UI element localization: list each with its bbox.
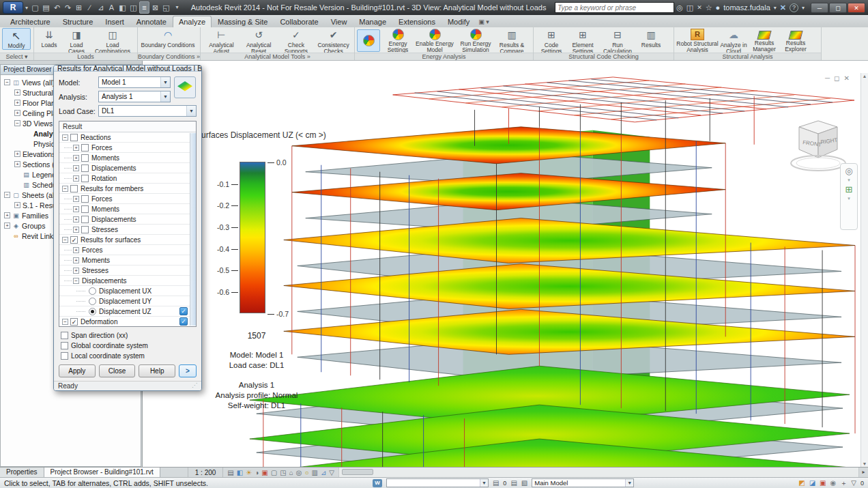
checkbox-checked[interactable]: ✓	[70, 236, 78, 244]
favorites-icon[interactable]: ☆	[706, 3, 712, 12]
analytical-model-visibility-icon[interactable]: ⊿	[321, 468, 326, 477]
boundary-conditions-button[interactable]: ◠ Boundary Conditions	[140, 28, 196, 48]
tree-item-forces[interactable]: +Forces	[59, 194, 196, 204]
ribbon-display-toggle-icon[interactable]: ▣ ▾	[478, 18, 489, 27]
tab-modify[interactable]: Modify	[442, 16, 476, 27]
redo-icon[interactable]: ↷	[63, 2, 73, 13]
reveal-constraints-icon[interactable]: ▽	[329, 468, 334, 477]
load-combinations-button[interactable]: ◫ Load Combinations	[91, 28, 134, 55]
active-option-icon[interactable]: ▧	[521, 479, 527, 487]
load-case-select[interactable]: DL1▼	[98, 105, 197, 117]
tab-architecture[interactable]: Architecture	[4, 16, 57, 27]
horizontal-scrollbar[interactable]	[338, 468, 858, 477]
checkbox[interactable]	[81, 175, 89, 182]
scroll-right-icon[interactable]: ▸	[858, 468, 868, 477]
tab-annotate[interactable]: Annotate	[130, 16, 173, 27]
app-menu-arrow-icon[interactable]: ▾	[25, 5, 28, 11]
view-scale-button[interactable]: 1 : 200	[188, 468, 224, 477]
nav-arrow-icon[interactable]: ▾	[848, 177, 850, 183]
robot-structural-analysis-button[interactable]: R Robot Structural Analysis	[676, 28, 719, 53]
default-3d-view-icon[interactable]: ◧	[117, 2, 128, 13]
close-button[interactable]: Close	[99, 364, 136, 377]
expander-icon[interactable]: +	[73, 227, 79, 233]
undo-icon[interactable]: ↶	[52, 2, 62, 13]
maximize-button[interactable]: ◻	[829, 3, 847, 13]
save-icon[interactable]: ▤	[41, 2, 51, 13]
expander-icon[interactable]: +	[73, 206, 79, 212]
design-options-select[interactable]: Main Model▼	[532, 478, 634, 487]
tree-item-moments[interactable]: +Moments	[59, 204, 196, 214]
radio-button[interactable]	[89, 298, 96, 305]
exchange-apps-icon[interactable]: ✕	[780, 3, 786, 12]
expander-icon[interactable]: −	[62, 186, 68, 192]
tree-item-displacements[interactable]: −Displacements	[59, 276, 196, 286]
scrollbar-thumb[interactable]	[342, 469, 373, 475]
results-manager-button[interactable]: Results Manager	[749, 28, 780, 53]
panel-label-select[interactable]: Select ▾	[0, 53, 33, 60]
results-explorer-button[interactable]: Results Explorer	[780, 28, 811, 53]
tree-item-stresses[interactable]: +Stresses	[59, 265, 196, 276]
editing-requests-icon[interactable]: ▤	[493, 479, 499, 487]
open-icon[interactable]: ▢	[30, 2, 40, 13]
communication-center-icon[interactable]: ✕	[697, 4, 702, 11]
analyze-in-cloud-button[interactable]: ☁ Analyze in Cloud	[719, 28, 749, 55]
checkbox[interactable]	[81, 226, 89, 233]
exclude-links-icon[interactable]: ▣	[820, 479, 826, 487]
show-crop-region-icon[interactable]: ◳	[280, 468, 286, 477]
subscription-center-icon[interactable]: ◫	[686, 3, 693, 12]
check-supports-button[interactable]: ✓ Check Supports	[278, 28, 315, 55]
checkbox-checked[interactable]: ✓	[70, 318, 78, 326]
option-span-direction[interactable]: Span direction (xx)	[59, 330, 197, 341]
tree-item-displacements[interactable]: +Displacements	[59, 214, 196, 225]
drawing-area[interactable]: ─ ◻ ✕ Surfaces Displacement UZ (< cm >) …	[142, 61, 868, 467]
thin-lines-icon[interactable]: ≡	[139, 1, 149, 14]
tree-scrollbar[interactable]	[190, 133, 196, 326]
close-button[interactable]: ✕	[848, 3, 865, 13]
reveal-hidden-elements-icon[interactable]: ○	[304, 468, 308, 477]
lock-orientation-icon[interactable]: ⌂	[289, 468, 293, 477]
vertical-scrollbar[interactable]: ▲ ▼	[860, 73, 868, 467]
expander-icon[interactable]: +	[4, 223, 10, 229]
checkbox[interactable]	[81, 205, 89, 213]
search-input[interactable]	[558, 4, 671, 12]
rendering-icon[interactable]: ▣	[261, 468, 267, 477]
tab-analyze[interactable]: Analyze	[173, 16, 212, 27]
expander-icon[interactable]: +	[73, 165, 79, 171]
switch-windows-icon[interactable]: ◱	[161, 2, 171, 13]
checkbox[interactable]	[70, 185, 78, 192]
tab-insert[interactable]: Insert	[99, 16, 130, 27]
qat-customize-icon[interactable]: ▾	[172, 2, 182, 13]
enable-energy-model-button[interactable]: Enable Energy Model	[414, 28, 456, 53]
expander-icon[interactable]: −	[4, 192, 10, 198]
tree-item-displacement-ux[interactable]: Displacement UX	[59, 286, 196, 296]
expander-icon[interactable]: +	[73, 268, 79, 274]
text-icon[interactable]: A	[106, 2, 117, 13]
results-display-button[interactable]	[174, 76, 196, 98]
show-energy-model-button[interactable]	[357, 29, 380, 52]
expander-icon[interactable]: +	[4, 212, 10, 218]
expander-icon[interactable]: +	[73, 196, 79, 202]
analytical-adjust-button[interactable]: ⊢ Analytical Adjust	[203, 28, 240, 55]
view-close-icon[interactable]: ✕	[843, 74, 849, 82]
tab-massing-site[interactable]: Massing & Site	[212, 16, 274, 27]
edit-in-place-icon[interactable]: ◪	[809, 479, 815, 487]
select-underlay-icon[interactable]: ◉	[830, 479, 837, 487]
worksets-select[interactable]: ▼	[386, 478, 489, 487]
tab-view[interactable]: View	[325, 16, 353, 27]
visual-style-icon[interactable]: ◧	[237, 468, 243, 477]
tree-item-forces[interactable]: +Forces	[59, 143, 196, 153]
tab-properties[interactable]: Properties	[0, 468, 44, 477]
design-options-icon[interactable]: ▤	[510, 479, 517, 487]
results-button[interactable]: ▥ Results	[637, 28, 665, 48]
loads-button[interactable]: ⇊ Loads	[36, 28, 62, 48]
section-icon[interactable]: ◫	[128, 2, 139, 13]
exclude-options-icon[interactable]: ◩	[798, 479, 805, 487]
detail-level-icon[interactable]: ▤	[227, 468, 233, 477]
expander-icon[interactable]: +	[73, 216, 79, 223]
tree-item-stresses[interactable]: +Stresses	[59, 225, 196, 235]
expander-icon[interactable]: −	[14, 120, 20, 126]
temporary-view-properties-icon[interactable]: ▥	[311, 468, 317, 477]
view-minimize-icon[interactable]: ─	[825, 74, 830, 82]
print-icon[interactable]: ⊞	[74, 2, 84, 13]
panel-label-scc[interactable]: Structural Code Checking	[534, 53, 674, 60]
